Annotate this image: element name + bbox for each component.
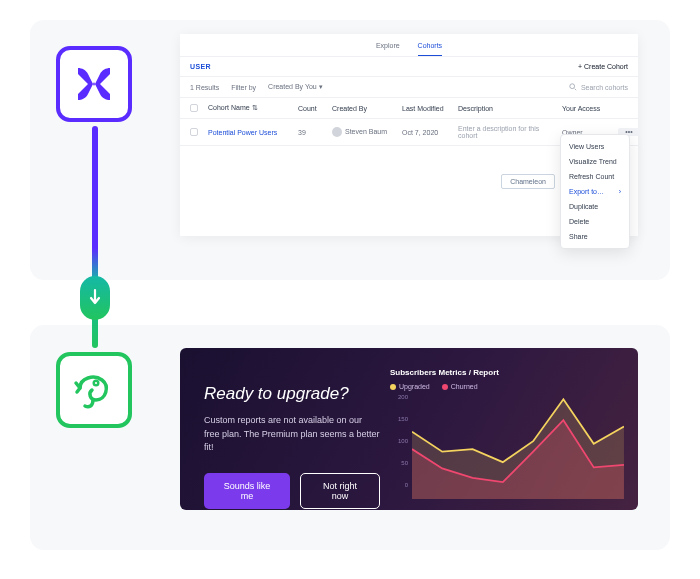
sounds-like-me-button[interactable]: Sounds like me [204,473,290,509]
chart-y-axis: 200 150 100 50 0 [390,394,408,488]
chameleon-logo [56,352,132,428]
col-name[interactable]: Cohort Name ⇅ [208,104,294,112]
cohort-name-link[interactable]: Potential Power Users [208,129,294,136]
cohort-created-by: Steven Baum [332,127,398,137]
chart-legend: Upgraded Churned [390,383,624,390]
cohort-last-modified: Oct 7, 2020 [402,129,454,136]
subscribers-chart: 200 150 100 50 0 [390,394,624,488]
menu-view-users[interactable]: View Users [561,139,629,154]
menu-export-to[interactable]: Export to…› [561,184,629,199]
tab-cohorts[interactable]: Cohorts [418,42,443,56]
promo-title: Ready to upgrade? [204,384,380,404]
search-input[interactable]: Search cohorts [581,84,628,91]
flow-arrow-pill [80,276,110,320]
row-checkbox[interactable] [190,128,198,136]
create-cohort-button[interactable]: + Create Cohort [578,63,628,70]
promo-body: Custom reports are not available on our … [204,414,380,455]
app-tabs: Explore Cohorts [180,34,638,57]
not-right-now-button[interactable]: Not right now [300,473,380,509]
menu-share[interactable]: Share [561,229,629,244]
cohorts-app-panel: Explore Cohorts USER + Create Cohort 1 R… [180,34,638,236]
tab-explore[interactable]: Explore [376,42,400,56]
chameleon-export-tag[interactable]: Chameleon [501,174,555,189]
menu-refresh-count[interactable]: Refresh Count [561,169,629,184]
menu-duplicate[interactable]: Duplicate [561,199,629,214]
col-access: Your Access [562,105,614,112]
chart-plot-area [412,394,624,499]
chart-title: Subscribers Metrics / Report [390,368,624,377]
cohort-description-input[interactable]: Enter a description for this cohort [458,125,558,139]
col-last-modified[interactable]: Last Modified [402,105,454,112]
menu-delete[interactable]: Delete [561,214,629,229]
filter-by-select[interactable]: Created By You ▾ [268,83,323,91]
chameleon-brand-icon [70,366,118,414]
select-all-checkbox[interactable] [190,104,198,112]
chevron-right-icon: › [619,188,621,195]
table-header: Cohort Name ⇅ Count Created By Last Modi… [180,98,638,119]
user-filter-chip[interactable]: USER [190,63,211,70]
x-brand-icon [72,62,116,106]
upgrade-promo-panel: Ready to upgrade? Custom reports are not… [180,348,638,510]
menu-visualize-trend[interactable]: Visualize Trend [561,154,629,169]
col-created-by[interactable]: Created By [332,105,398,112]
arrow-down-icon [88,288,102,308]
search-icon [569,83,577,91]
filter-by-label: Filter by [231,84,256,91]
svg-point-1 [95,382,97,384]
results-count: 1 Results [190,84,219,91]
col-count[interactable]: Count [298,105,328,112]
legend-dot-upgraded [390,384,396,390]
avatar-icon [332,127,342,137]
row-context-menu: View Users Visualize Trend Refresh Count… [560,134,630,249]
legend-dot-churned [442,384,448,390]
col-description: Description [458,105,558,112]
cohort-count: 39 [298,129,328,136]
x-brand-logo [56,46,132,122]
svg-point-2 [570,84,575,89]
